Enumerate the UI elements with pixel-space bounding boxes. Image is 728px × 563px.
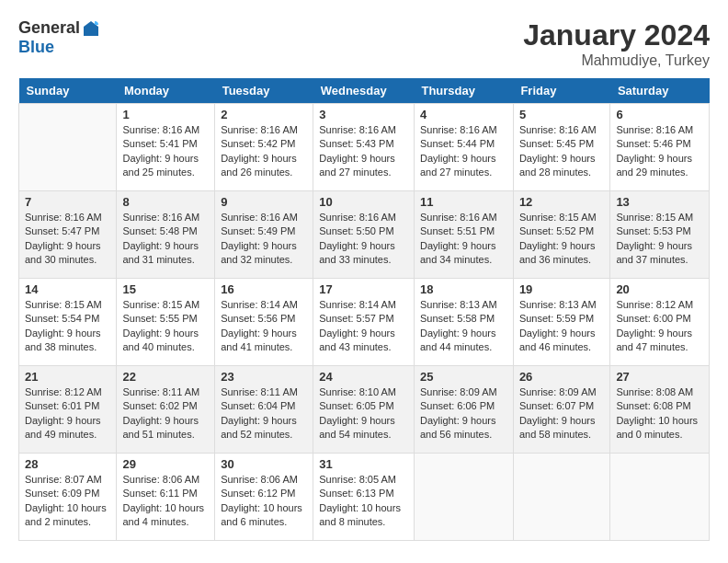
sunrise-text: Sunrise: 8:14 AM — [221, 298, 307, 312]
calendar-cell: 29Sunrise: 8:06 AMSunset: 6:11 PMDayligh… — [117, 454, 215, 541]
sunset-text: Sunset: 5:49 PM — [221, 224, 307, 238]
sunset-text: Sunset: 5:59 PM — [519, 312, 605, 326]
sunrise-text: Sunrise: 8:16 AM — [221, 211, 307, 224]
sunrise-text: Sunrise: 8:13 AM — [420, 298, 507, 312]
daylight-text: Daylight: 9 hours and 34 minutes. — [420, 239, 507, 268]
logo: General Blue — [18, 18, 100, 57]
day-number: 6 — [616, 108, 703, 121]
calendar-cell: 7Sunrise: 8:16 AMSunset: 5:47 PMDaylight… — [19, 191, 117, 279]
calendar-cell: 17Sunrise: 8:14 AMSunset: 5:57 PMDayligh… — [313, 279, 415, 366]
calendar-cell: 27Sunrise: 8:08 AMSunset: 6:08 PMDayligh… — [610, 366, 710, 454]
daylight-text: Daylight: 9 hours and 47 minutes. — [616, 327, 703, 355]
day-number: 8 — [122, 195, 209, 209]
header-wednesday: Wednesday — [313, 78, 415, 104]
sunset-text: Sunset: 5:47 PM — [25, 224, 110, 238]
sunrise-text: Sunrise: 8:05 AM — [319, 473, 408, 487]
calendar-week-3: 14Sunrise: 8:15 AMSunset: 5:54 PMDayligh… — [19, 279, 710, 366]
calendar-cell: 5Sunrise: 8:16 AMSunset: 5:45 PMDaylight… — [513, 104, 610, 191]
logo-general-text: General — [18, 18, 80, 38]
day-number: 3 — [319, 108, 408, 121]
calendar-table: Sunday Monday Tuesday Wednesday Thursday… — [18, 78, 710, 541]
sunrise-text: Sunrise: 8:16 AM — [122, 123, 209, 137]
daylight-text: Daylight: 9 hours and 25 minutes. — [122, 152, 209, 180]
day-number: 28 — [25, 457, 110, 471]
calendar-cell: 12Sunrise: 8:15 AMSunset: 5:52 PMDayligh… — [513, 191, 610, 279]
daylight-text: Daylight: 9 hours and 38 minutes. — [25, 327, 110, 355]
day-number: 11 — [420, 195, 507, 209]
daylight-text: Daylight: 9 hours and 46 minutes. — [519, 327, 605, 355]
calendar-week-2: 7Sunrise: 8:16 AMSunset: 5:47 PMDaylight… — [19, 191, 710, 279]
sunset-text: Sunset: 5:44 PM — [420, 137, 507, 151]
sunset-text: Sunset: 6:01 PM — [25, 399, 110, 413]
sunset-text: Sunset: 6:04 PM — [221, 399, 307, 413]
daylight-text: Daylight: 9 hours and 33 minutes. — [319, 239, 408, 268]
calendar-cell: 13Sunrise: 8:15 AMSunset: 5:53 PMDayligh… — [610, 191, 710, 279]
title-section: January 2024 Mahmudiye, Turkey — [523, 18, 710, 69]
calendar-week-5: 28Sunrise: 8:07 AMSunset: 6:09 PMDayligh… — [19, 454, 710, 541]
day-number: 30 — [221, 457, 307, 471]
logo-icon — [82, 19, 100, 38]
day-number: 13 — [616, 195, 703, 209]
daylight-text: Daylight: 10 hours and 4 minutes. — [122, 501, 209, 530]
calendar-cell: 4Sunrise: 8:16 AMSunset: 5:44 PMDaylight… — [414, 104, 513, 191]
day-number: 25 — [420, 370, 507, 384]
calendar-cell: 15Sunrise: 8:15 AMSunset: 5:55 PMDayligh… — [117, 279, 215, 366]
calendar-cell: 10Sunrise: 8:16 AMSunset: 5:50 PMDayligh… — [313, 191, 415, 279]
sunrise-text: Sunrise: 8:15 AM — [122, 298, 209, 312]
daylight-text: Daylight: 9 hours and 51 minutes. — [122, 414, 209, 442]
daylight-text: Daylight: 10 hours and 8 minutes. — [319, 501, 408, 530]
sunrise-text: Sunrise: 8:16 AM — [616, 123, 703, 137]
sunrise-text: Sunrise: 8:15 AM — [25, 298, 110, 312]
day-number: 1 — [122, 108, 209, 121]
calendar-week-1: 1Sunrise: 8:16 AMSunset: 5:41 PMDaylight… — [19, 104, 710, 191]
calendar-cell — [513, 454, 610, 541]
calendar-cell: 22Sunrise: 8:11 AMSunset: 6:02 PMDayligh… — [117, 366, 215, 454]
daylight-text: Daylight: 9 hours and 27 minutes. — [420, 152, 507, 180]
header-tuesday: Tuesday — [215, 78, 313, 104]
sunset-text: Sunset: 6:07 PM — [519, 399, 605, 413]
sunrise-text: Sunrise: 8:14 AM — [319, 298, 408, 312]
day-number: 2 — [221, 108, 307, 121]
sunset-text: Sunset: 5:46 PM — [616, 137, 703, 151]
sunrise-text: Sunrise: 8:16 AM — [221, 123, 307, 137]
sunset-text: Sunset: 5:50 PM — [319, 224, 408, 238]
day-number: 17 — [319, 282, 408, 296]
sunrise-text: Sunrise: 8:06 AM — [221, 473, 307, 487]
sunset-text: Sunset: 6:06 PM — [420, 399, 507, 413]
header-thursday: Thursday — [414, 78, 513, 104]
daylight-text: Daylight: 9 hours and 54 minutes. — [319, 414, 408, 442]
calendar-cell — [19, 104, 117, 191]
sunrise-text: Sunrise: 8:16 AM — [319, 211, 408, 224]
calendar-cell: 23Sunrise: 8:11 AMSunset: 6:04 PMDayligh… — [215, 366, 313, 454]
calendar-cell: 6Sunrise: 8:16 AMSunset: 5:46 PMDaylight… — [610, 104, 710, 191]
day-number: 9 — [221, 195, 307, 209]
sunrise-text: Sunrise: 8:11 AM — [221, 385, 307, 399]
daylight-text: Daylight: 9 hours and 44 minutes. — [420, 327, 507, 355]
sunrise-text: Sunrise: 8:16 AM — [122, 211, 209, 224]
sunrise-text: Sunrise: 8:16 AM — [420, 211, 507, 224]
sunset-text: Sunset: 5:45 PM — [519, 137, 605, 151]
sunset-text: Sunset: 5:58 PM — [420, 312, 507, 326]
calendar-cell: 28Sunrise: 8:07 AMSunset: 6:09 PMDayligh… — [19, 454, 117, 541]
calendar-cell: 24Sunrise: 8:10 AMSunset: 6:05 PMDayligh… — [313, 366, 415, 454]
daylight-text: Daylight: 10 hours and 6 minutes. — [221, 501, 307, 530]
sunset-text: Sunset: 5:53 PM — [616, 224, 703, 238]
daylight-text: Daylight: 9 hours and 40 minutes. — [122, 327, 209, 355]
sunset-text: Sunset: 5:43 PM — [319, 137, 408, 151]
page-header: General Blue January 2024 Mahmudiye, Tur… — [18, 18, 710, 69]
day-number: 24 — [319, 370, 408, 384]
sunrise-text: Sunrise: 8:12 AM — [25, 385, 110, 399]
sunrise-text: Sunrise: 8:08 AM — [616, 385, 703, 399]
calendar-cell: 2Sunrise: 8:16 AMSunset: 5:42 PMDaylight… — [215, 104, 313, 191]
day-number: 14 — [25, 282, 110, 296]
month-title: January 2024 — [523, 18, 710, 52]
sunset-text: Sunset: 5:42 PM — [221, 137, 307, 151]
sunset-text: Sunset: 5:41 PM — [122, 137, 209, 151]
sunset-text: Sunset: 6:08 PM — [616, 399, 703, 413]
day-number: 27 — [616, 370, 703, 384]
day-number: 31 — [319, 457, 408, 471]
sunrise-text: Sunrise: 8:16 AM — [25, 211, 110, 224]
sunrise-text: Sunrise: 8:15 AM — [616, 211, 703, 224]
sunrise-text: Sunrise: 8:16 AM — [319, 123, 408, 137]
calendar-cell: 8Sunrise: 8:16 AMSunset: 5:48 PMDaylight… — [117, 191, 215, 279]
